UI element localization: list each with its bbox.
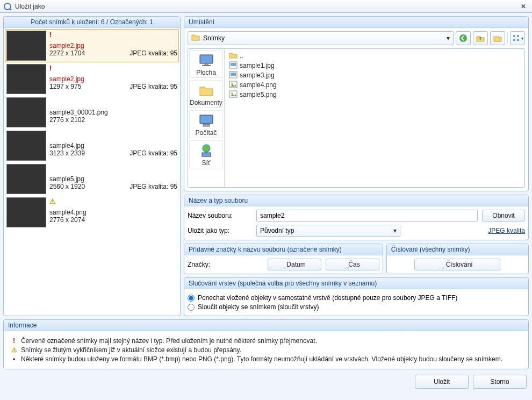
layers-option-keep-label: Ponechat vložené objekty v samostatné vr… [198,294,457,302]
place-label: Síť [202,159,211,167]
location-panel: Umístění Snímky ▾ [184,16,529,191]
place-computer[interactable]: Počítač [189,110,223,138]
info-text: Některé snímky budou uloženy ve formátu … [21,355,502,363]
thumbnail [6,64,46,94]
info-header: Informace [4,320,528,331]
view-mode-button[interactable]: ▾ [510,31,525,45]
name-type-header: Název a typ souboru [184,195,528,206]
file-icon [229,70,238,80]
snapshot-dimensions: 3123 x 2339 [49,149,85,157]
svg-rect-17 [231,63,236,66]
folder-icon [191,33,200,44]
snapshot-dimensions: 2776 x 2102 [49,116,85,124]
folder-icon [198,83,215,98]
info-item: !Červeně označené snímky mají stejný náz… [10,337,522,345]
file-row[interactable]: sample4.png [229,80,520,90]
layers-radio-merge[interactable] [188,304,195,311]
desktop-icon [198,53,215,68]
jpeg-quality-link[interactable]: JPEG kvalita [482,227,525,234]
app-icon [3,2,12,11]
tags-panel: Přídavné značky k názvu souboru (označen… [184,244,383,274]
file-icon [229,90,238,99]
snapshot-item[interactable]: ⚠sample4.png2776 x 2074 [5,196,179,229]
svg-text:★: ★ [497,34,502,39]
svg-rect-8 [517,39,519,41]
filetype-label: Uložit jako typ: [188,227,252,234]
cancel-button[interactable]: Storno [473,375,527,389]
layers-option-keep[interactable]: Ponechat vložené objekty v samostatné vr… [188,294,525,302]
info-text: Snímky se žlutým vykřičníkem již v aktuá… [21,346,241,354]
snapshot-list-panel: Počet snímků k uložení: 6 / Označených: … [3,16,181,316]
filetype-value: Původní typ [260,227,294,234]
snapshot-item[interactable]: sample5.jpg2560 x 1920JPEG kvalita: 95 [5,162,179,196]
filetype-select[interactable]: Původní typ ▾ [256,225,400,237]
snapshot-quality: JPEG kvalita: 95 [130,183,177,190]
close-icon[interactable]: ✕ [518,3,529,10]
thumbnail [6,31,46,61]
refresh-button[interactable]: Obnovit [482,210,525,222]
snapshot-item[interactable]: sample3_00001.png2776 x 2102 [5,96,179,129]
snapshot-dimensions: 1297 x 975 [49,83,81,90]
info-bullet-icon: ! [10,337,18,345]
file-list[interactable]: ..sample1.jpgsample3.jpgsample4.pngsampl… [225,49,524,187]
save-button[interactable]: Uložit [415,375,469,389]
layers-option-merge-label: Sloučit objekty se snímkem (sloučit vrst… [198,303,319,311]
file-icon [229,61,238,70]
tags-header: Přídavné značky k názvu souboru (označen… [184,244,383,255]
numbering-button[interactable]: _Číslování [414,259,500,270]
snapshot-quality: JPEG kvalita: 95 [130,49,177,57]
error-icon: ! [49,31,52,39]
back-button[interactable] [456,31,471,45]
snapshot-list-header: Počet snímků k uložení: 6 / Označených: … [4,17,180,28]
file-row[interactable]: sample1.jpg [229,61,520,70]
snapshot-dimensions: 2776 x 2074 [49,216,85,224]
svg-rect-9 [200,55,213,63]
layers-option-merge[interactable]: Sloučit objekty se snímkem (sloučit vrst… [188,303,525,311]
numbering-panel: Číslování (všechny snímky) _Číslování [386,244,529,274]
numbering-header: Číslování (všechny snímky) [387,244,528,255]
place-label: Plocha [196,69,216,76]
place-network[interactable]: Síť [189,140,223,168]
network-icon [198,143,215,158]
thumbnail [6,131,46,161]
place-label: Počítač [195,129,217,137]
svg-rect-12 [200,115,213,124]
up-folder-button[interactable] [473,31,488,45]
file-name: sample5.png [240,91,277,98]
snapshot-item[interactable]: !sample2.jpg2272 x 1704JPEG kvalita: 95 [5,29,179,62]
file-row[interactable]: sample5.png [229,90,520,99]
info-bullet-icon: • [10,355,18,363]
snapshot-list[interactable]: !sample2.jpg2272 x 1704JPEG kvalita: 95!… [4,28,180,316]
file-name: sample3.jpg [240,72,275,79]
place-folder[interactable]: Dokumenty [189,80,223,108]
location-header: Umístění [184,17,528,28]
path-combo[interactable]: Snímky ▾ [188,31,454,45]
snapshot-filename: sample4.jpg [49,142,177,149]
svg-point-2 [459,34,467,42]
warning-icon: ⚠ [49,197,56,205]
snapshot-filename: sample2.jpg [49,75,177,83]
svg-rect-5 [513,35,515,37]
time-tag-button[interactable]: _Čas [326,259,379,270]
snapshot-dimensions: 2272 x 1704 [49,49,85,57]
chevron-down-icon: ▾ [447,34,450,42]
new-folder-button[interactable]: ★ [490,31,505,45]
svg-rect-7 [513,39,515,41]
place-desktop[interactable]: Plocha [189,50,223,78]
chevron-down-icon: ▾ [393,227,397,234]
snapshot-item[interactable]: sample4.jpg3123 x 2339JPEG kvalita: 95 [5,129,179,162]
info-item: •Některé snímky budou uloženy ve formátu… [10,355,522,363]
svg-rect-11 [202,65,211,66]
layers-radio-keep[interactable] [188,295,195,302]
places-sidebar: PlochaDokumentyPočítačSíť [188,49,225,187]
snapshot-filename: sample5.jpg [49,175,177,183]
name-type-panel: Název a typ souboru Název souboru: Obnov… [184,195,529,240]
file-row[interactable]: sample3.jpg [229,70,520,80]
info-bullet-icon: ⚠ [10,346,18,354]
date-tag-button[interactable]: _Datum [268,259,321,270]
computer-icon [198,113,215,128]
file-row[interactable]: .. [229,51,520,61]
snapshot-item[interactable]: !sample2.jpg1297 x 975JPEG kvalita: 95 [5,62,179,96]
svg-rect-20 [229,81,237,88]
filename-input[interactable] [256,210,478,222]
